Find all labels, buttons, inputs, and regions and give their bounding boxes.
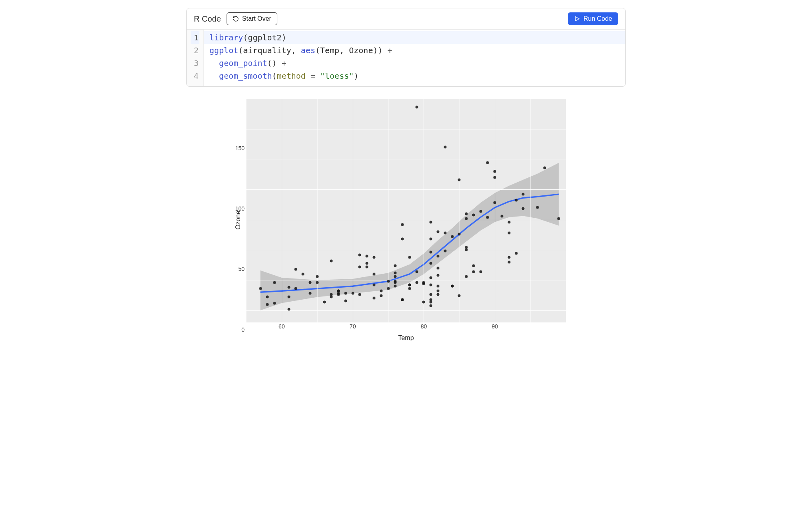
data-point bbox=[430, 276, 432, 279]
data-point bbox=[430, 284, 432, 286]
data-point bbox=[522, 207, 525, 210]
data-point bbox=[444, 250, 446, 253]
gridline bbox=[424, 99, 424, 322]
data-point bbox=[302, 272, 304, 275]
code-title: R Code bbox=[194, 14, 221, 24]
data-point bbox=[401, 238, 404, 241]
line-number: 1 bbox=[191, 31, 199, 44]
data-point bbox=[287, 308, 290, 310]
data-point bbox=[287, 286, 290, 289]
data-point bbox=[536, 206, 539, 209]
code-editor[interactable]: 1234 library(ggplot2)ggplot(airquality, … bbox=[187, 30, 625, 86]
data-point bbox=[394, 271, 397, 274]
y-tick: 100 bbox=[235, 205, 245, 212]
data-point bbox=[401, 223, 404, 226]
code-line: geom_smooth(method = "loess") bbox=[209, 70, 621, 82]
data-point bbox=[543, 166, 546, 169]
loess-smooth bbox=[246, 99, 566, 322]
play-icon bbox=[574, 16, 580, 22]
data-point bbox=[494, 170, 496, 173]
data-point bbox=[337, 293, 340, 296]
data-point bbox=[422, 300, 425, 303]
data-point bbox=[522, 193, 525, 196]
data-point bbox=[465, 275, 468, 278]
data-point bbox=[451, 285, 454, 288]
gridline bbox=[495, 99, 495, 322]
start-over-label: Start Over bbox=[242, 15, 271, 22]
gridline-minor bbox=[459, 99, 460, 322]
x-axis-label: Temp bbox=[246, 334, 566, 342]
data-point bbox=[479, 270, 482, 273]
code-panel: R Code Start Over Run Code 1234 library(… bbox=[186, 8, 626, 87]
data-point bbox=[366, 255, 368, 257]
data-point bbox=[373, 284, 376, 286]
x-tick: 60 bbox=[279, 323, 285, 330]
gridline bbox=[246, 189, 566, 190]
x-tick: 90 bbox=[492, 323, 498, 330]
data-point bbox=[358, 265, 361, 268]
data-point bbox=[337, 290, 340, 292]
line-number: 3 bbox=[191, 57, 199, 70]
data-point bbox=[394, 264, 397, 267]
data-point bbox=[415, 106, 418, 109]
data-point bbox=[295, 268, 297, 270]
data-point bbox=[358, 293, 361, 296]
data-point bbox=[458, 294, 461, 297]
data-point bbox=[408, 284, 411, 286]
gridline bbox=[246, 250, 566, 250]
data-point bbox=[437, 274, 440, 276]
data-point bbox=[458, 233, 461, 236]
data-point bbox=[387, 287, 390, 290]
data-point bbox=[486, 216, 489, 219]
data-point bbox=[465, 249, 468, 251]
data-point bbox=[430, 293, 432, 296]
gridline-minor bbox=[246, 99, 247, 322]
gridline-minor bbox=[246, 159, 566, 159]
code-line: ggplot(airquality, aes(Temp, Ozone)) + bbox=[209, 44, 621, 57]
data-point bbox=[401, 298, 404, 301]
data-point bbox=[508, 256, 510, 259]
data-point bbox=[437, 285, 440, 288]
data-point bbox=[437, 230, 440, 233]
data-point bbox=[351, 292, 354, 295]
run-code-button[interactable]: Run Code bbox=[568, 12, 618, 25]
gridline-minor bbox=[317, 99, 318, 322]
data-point bbox=[451, 235, 454, 238]
refresh-icon bbox=[233, 16, 239, 22]
data-point bbox=[394, 285, 397, 288]
code-line: library(ggplot2) bbox=[204, 31, 625, 44]
data-point bbox=[330, 293, 333, 296]
data-point bbox=[444, 232, 446, 235]
gridline bbox=[246, 129, 566, 129]
data-point bbox=[508, 261, 510, 263]
data-point bbox=[465, 217, 468, 220]
data-point bbox=[437, 255, 440, 257]
data-point bbox=[408, 287, 411, 290]
data-point bbox=[373, 297, 376, 300]
data-point bbox=[508, 232, 510, 235]
ggplot-chart: Ozone 050100150 60708090 Temp bbox=[246, 99, 566, 342]
x-tick: 80 bbox=[421, 323, 427, 330]
data-point bbox=[273, 281, 276, 284]
data-point bbox=[330, 259, 333, 262]
plot-output: Ozone 050100150 60708090 Temp bbox=[186, 99, 626, 342]
data-point bbox=[394, 275, 397, 278]
data-point bbox=[380, 294, 382, 297]
line-number: 2 bbox=[191, 44, 199, 57]
data-point bbox=[394, 280, 397, 283]
data-point bbox=[266, 303, 269, 306]
start-over-button[interactable]: Start Over bbox=[227, 12, 277, 25]
code-lines: library(ggplot2)ggplot(airquality, aes(T… bbox=[204, 30, 625, 86]
data-point bbox=[465, 212, 468, 215]
data-point bbox=[437, 293, 440, 296]
gridline bbox=[282, 99, 282, 322]
data-point bbox=[387, 280, 390, 283]
svg-marker-0 bbox=[575, 17, 579, 21]
gridline-minor bbox=[246, 280, 566, 280]
data-point bbox=[366, 262, 368, 265]
data-point bbox=[501, 215, 504, 217]
y-tick: 150 bbox=[235, 145, 245, 151]
data-point bbox=[437, 266, 440, 269]
line-number: 4 bbox=[191, 70, 199, 82]
data-point bbox=[316, 275, 318, 278]
